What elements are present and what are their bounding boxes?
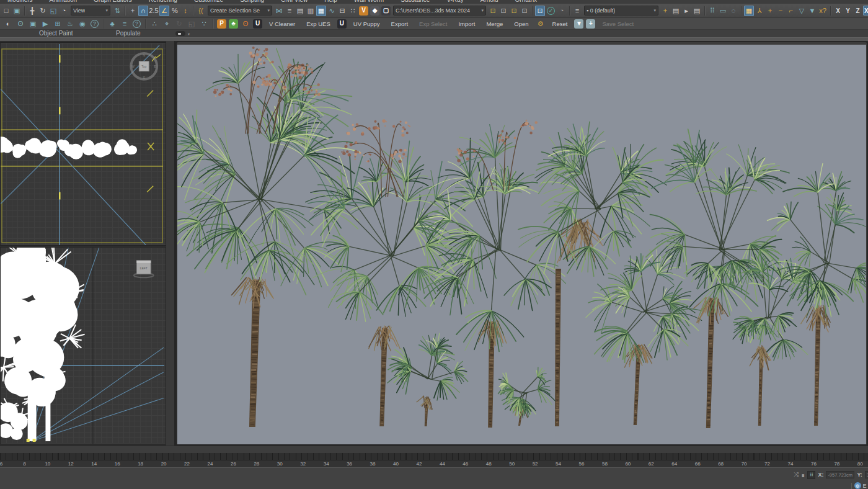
align-icon[interactable]: ≡: [285, 6, 294, 16]
paint-select-icon[interactable]: ▣: [12, 6, 22, 16]
render-region-icon[interactable]: ⊞: [52, 19, 63, 29]
timeline-track[interactable]: [0, 453, 868, 460]
tab-object-paint[interactable]: Object Paint: [39, 30, 73, 37]
add-layer-icon[interactable]: +: [660, 6, 670, 16]
project-folder-dropdown[interactable]: C:\Users\DES...3ds Max 2024▾: [393, 6, 486, 16]
render-setup-icon[interactable]: ◐: [2, 19, 14, 29]
select-region-icon[interactable]: □: [1, 6, 11, 16]
merge-button[interactable]: Merge: [481, 19, 508, 29]
render-preview-icon[interactable]: ▶: [40, 19, 51, 29]
named-selection-dropdown[interactable]: Create Selection Se▾: [208, 6, 272, 16]
layer-explorer-icon[interactable]: ▥: [306, 6, 316, 16]
ribbon-minimize-button[interactable]: [175, 31, 185, 36]
light-lister-icon[interactable]: ʘ: [15, 19, 26, 29]
save-plus-icon[interactable]: +: [586, 19, 595, 29]
save-select-button[interactable]: Save Select: [597, 19, 639, 29]
snap-25d-icon[interactable]: 2.5: [149, 6, 159, 16]
selection-filter-icon[interactable]: ▽: [797, 6, 807, 16]
angle-snap-icon[interactable]: ∠: [159, 6, 169, 16]
layer-dropdown[interactable]: ▪ 0 (default)▾: [584, 6, 658, 16]
transform-dots2-icon[interactable]: ∵: [198, 19, 210, 29]
render-production-icon[interactable]: ◉: [77, 19, 88, 29]
gizmo-toggle-icon[interactable]: ⤨: [794, 471, 799, 478]
layer-stack2-icon[interactable]: ▤: [692, 6, 702, 16]
tab-populate[interactable]: Populate: [116, 30, 140, 37]
viewport-main-camera[interactable]: [175, 41, 868, 446]
axis-y-button[interactable]: Y: [843, 6, 852, 16]
mirror-icon[interactable]: ⇅: [112, 6, 122, 16]
monitor-select-icon[interactable]: ◱: [186, 19, 197, 29]
v-cleaner-button[interactable]: V Cleaner: [264, 19, 300, 29]
select-rotate-icon[interactable]: ↻: [38, 6, 48, 16]
viewport-top-view[interactable]: TopNESW: [0, 42, 166, 246]
sphere-arrow-icon[interactable]: ↻: [174, 19, 185, 29]
blender-icon[interactable]: ʘ: [240, 19, 251, 29]
select-by-layer-icon[interactable]: ⊡: [535, 6, 545, 16]
vray-ipr-icon[interactable]: ▢: [381, 6, 391, 16]
reference-coordinate-dropdown[interactable]: View▾: [71, 6, 110, 16]
render-frame-icon[interactable]: ▣: [27, 19, 38, 29]
export-button[interactable]: Export: [386, 19, 413, 29]
viewport-left-view[interactable]: LEFT: [0, 247, 166, 444]
vray-fb-icon[interactable]: ◆: [370, 6, 379, 16]
selection-lock-icon[interactable]: ∎: [801, 472, 805, 478]
axis-x-button[interactable]: X: [833, 6, 843, 16]
save-icon[interactable]: ▼: [574, 19, 583, 29]
named-selection-icon[interactable]: {(: [196, 6, 206, 16]
absolute-mode-button[interactable]: ⠿: [807, 471, 815, 479]
help2-icon[interactable]: ?: [133, 20, 141, 28]
ribbon-toggle-icon[interactable]: ▦: [316, 6, 326, 16]
selection-filter-solid-icon[interactable]: ▼: [807, 6, 817, 16]
snaps-toggle-icon[interactable]: ∩: [138, 6, 148, 16]
unreal-icon[interactable]: U: [253, 19, 262, 29]
mirror-tool-icon[interactable]: ⋈: [274, 6, 284, 16]
select-scale-icon[interactable]: ◱: [48, 6, 58, 16]
check-icon[interactable]: ✓: [547, 7, 555, 15]
dot-circle-icon[interactable]: ◌: [728, 6, 738, 16]
use-pivot-grid-icon[interactable]: ▦: [744, 6, 754, 16]
paint-toolbox-icon[interactable]: P: [217, 19, 226, 29]
status-sphere-icon[interactable]: ◍: [854, 482, 861, 489]
schematic-view-icon[interactable]: ⊟: [337, 6, 347, 16]
pivot-center-icon[interactable]: +: [765, 6, 775, 16]
x-coord-field[interactable]: -957.723cm: [826, 471, 854, 478]
unreal2-icon[interactable]: U: [337, 19, 347, 29]
pivot-key-icon[interactable]: ⌐: [786, 6, 796, 16]
bind-spacewarp-icon[interactable]: ⊡: [509, 6, 519, 16]
curve-editor-icon[interactable]: ∿: [327, 6, 337, 16]
grid-array-icon[interactable]: ⠿: [707, 6, 717, 16]
viewport-splitter[interactable]: [166, 41, 175, 446]
freeze-transform-icon[interactable]: x?: [818, 6, 828, 16]
spinner-snap-icon[interactable]: ↕: [180, 6, 190, 16]
viewcube[interactable]: LEFT: [134, 261, 154, 277]
pivot-min-icon[interactable]: −: [776, 6, 786, 16]
unlink-icon[interactable]: ⊡: [498, 6, 508, 16]
link-icon[interactable]: ⊡: [488, 6, 498, 16]
notes-icon[interactable]: ≡: [119, 19, 130, 29]
axis-z-button[interactable]: Z: [853, 6, 862, 16]
y-coord-field[interactable]: 30.60: [865, 471, 868, 478]
render-teapot-icon[interactable]: ♨: [64, 19, 76, 29]
layer-manager-icon[interactable]: ≡: [572, 6, 582, 16]
placement-icon[interactable]: ◔: [59, 6, 69, 16]
ribbon-options-caret[interactable]: ▾: [188, 32, 190, 36]
pick-layer-icon[interactable]: ▸: [681, 6, 691, 16]
forest-tools-icon[interactable]: ♣: [107, 19, 118, 29]
grow-fx-icon[interactable]: ♣: [229, 19, 238, 29]
percent-snap-icon[interactable]: %: [170, 6, 180, 16]
measure-icon[interactable]: ▭: [718, 6, 728, 16]
help-icon[interactable]: ?: [91, 20, 99, 28]
viewcube[interactable]: TopNESW: [131, 53, 161, 79]
reset-button[interactable]: Reset: [547, 19, 573, 29]
layer-stack-icon[interactable]: ▤: [671, 6, 681, 16]
vray-render-icon[interactable]: V: [359, 6, 368, 16]
open-button[interactable]: Open: [509, 19, 533, 29]
pin-icon[interactable]: ◔: [557, 6, 567, 16]
timeline-ruler[interactable]: 6810121416182022242628303234363840424446…: [0, 460, 868, 467]
uv-puppy-button[interactable]: UV Puppy: [348, 19, 385, 29]
pivot-surface-icon[interactable]: ⅄: [755, 6, 764, 16]
axis-xy-button[interactable]: XY: [863, 6, 868, 16]
link-info-icon[interactable]: ⊡: [520, 6, 529, 16]
scene-explorer-icon[interactable]: ▤: [295, 6, 305, 16]
target-icon[interactable]: ⌖: [161, 19, 172, 29]
